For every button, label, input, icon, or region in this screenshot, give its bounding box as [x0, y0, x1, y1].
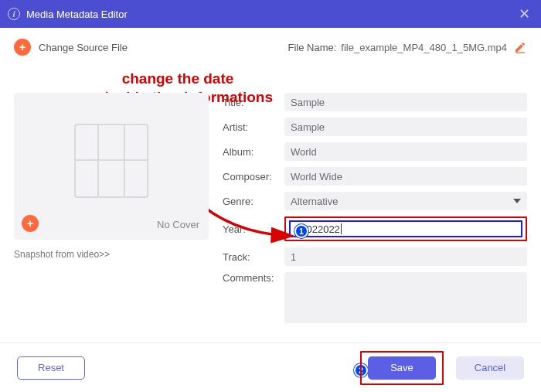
titlebar: i Media Metadata Editor ✕	[0, 0, 541, 28]
field-composer: Composer: World Wide	[223, 167, 527, 186]
filename-label: File Name:	[288, 42, 337, 53]
year-value: 03022022	[295, 223, 340, 235]
info-icon: i	[8, 8, 20, 20]
annotation-highlight-save: Save	[360, 351, 444, 385]
field-track: Track: 1	[223, 247, 527, 266]
field-year: Year: 03022022	[223, 216, 527, 241]
cancel-button[interactable]: Cancel	[456, 356, 524, 380]
add-cover-button[interactable]: +	[22, 215, 39, 232]
footer: Reset Save Cancel	[0, 343, 541, 392]
composer-label: Composer:	[223, 171, 284, 182]
year-label: Year:	[223, 223, 284, 235]
edit-filename-icon[interactable]	[513, 40, 527, 54]
cover-column: + No Cover Snapshot from video>>	[14, 93, 209, 329]
field-genre: Genre: Alternative	[223, 192, 527, 210]
filename-value: file_example_MP4_480_1_5MG.mp4	[341, 42, 507, 53]
cover-placeholder-icon	[74, 124, 148, 198]
no-cover-label: No Cover	[157, 219, 199, 230]
composer-input[interactable]: World Wide	[284, 167, 527, 186]
cover-preview[interactable]: + No Cover	[14, 93, 209, 240]
year-input[interactable]: 03022022	[289, 220, 522, 237]
field-album: Album: World	[223, 142, 527, 161]
genre-label: Genre:	[223, 196, 284, 207]
fields-column: Title: Sample Artist: Sample Album: Worl…	[223, 93, 527, 329]
field-artist: Artist: Sample	[223, 118, 527, 136]
snapshot-from-video-link[interactable]: Snapshot from video>>	[14, 249, 110, 260]
title-label: Title:	[223, 97, 284, 108]
annotation-line-1: change the date	[77, 70, 278, 88]
comments-label: Comments:	[223, 272, 284, 284]
comments-input[interactable]	[284, 272, 527, 323]
top-row: + Change Source File File Name: file_exa…	[14, 39, 527, 56]
window-title: Media Metadata Editor	[26, 9, 515, 20]
annotation-highlight-year: 03022022	[284, 216, 527, 241]
album-input[interactable]: World	[284, 142, 527, 161]
field-comments: Comments:	[223, 272, 527, 323]
artist-input[interactable]: Sample	[284, 118, 527, 136]
change-source-add-button[interactable]: +	[14, 39, 31, 56]
field-title: Title: Sample	[223, 93, 527, 111]
close-icon[interactable]: ✕	[515, 5, 533, 22]
change-source-link[interactable]: Change Source File	[39, 42, 128, 53]
artist-label: Artist:	[223, 121, 284, 133]
album-label: Album:	[223, 146, 284, 158]
track-label: Track:	[223, 251, 284, 263]
genre-select[interactable]: Alternative	[284, 192, 527, 210]
track-input[interactable]: 1	[284, 247, 527, 266]
reset-button[interactable]: Reset	[17, 356, 85, 380]
save-button[interactable]: Save	[368, 356, 436, 380]
title-input[interactable]: Sample	[284, 93, 527, 111]
